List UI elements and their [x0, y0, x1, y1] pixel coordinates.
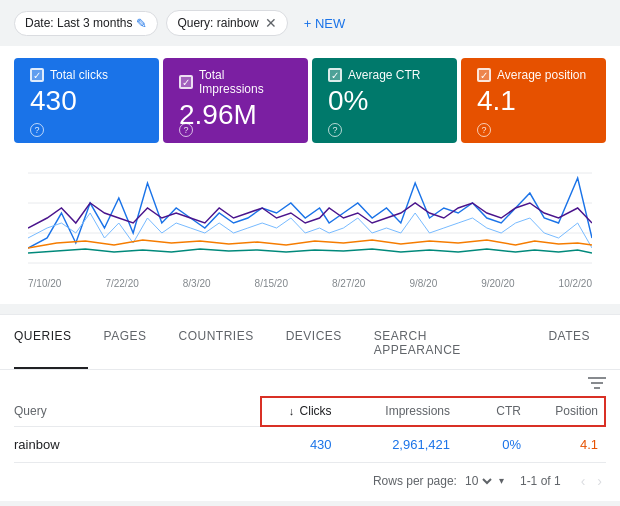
tabs-section: QUERIES PAGES COUNTRIES DEVICES SEARCH A… — [0, 314, 620, 501]
col-header-position[interactable]: Position — [529, 396, 606, 427]
metric-label-position: Average position — [497, 68, 586, 82]
metric-header-position: Average position — [477, 68, 590, 82]
metric-card-impressions[interactable]: Total Impressions 2.96M ? — [163, 58, 308, 143]
rows-per-page-label: Rows per page: — [373, 474, 457, 488]
metric-help-impressions[interactable]: ? — [179, 123, 193, 137]
x-label-5: 9/8/20 — [409, 278, 437, 289]
x-label-2: 8/3/20 — [183, 278, 211, 289]
data-table: Query ↓ Clicks Impressions CTR Position — [14, 396, 606, 463]
metric-checkbox-position[interactable] — [477, 68, 491, 82]
tab-pages[interactable]: PAGES — [88, 315, 163, 369]
cell-position: 4.1 — [529, 426, 606, 462]
next-page-button[interactable]: › — [593, 471, 606, 491]
page-info: 1-1 of 1 — [520, 474, 561, 488]
tab-countries[interactable]: COUNTRIES — [162, 315, 269, 369]
rows-per-page: Rows per page: 10 25 50 ▾ — [373, 473, 504, 489]
x-label-1: 7/22/20 — [105, 278, 138, 289]
new-button[interactable]: + NEW — [296, 12, 354, 35]
col-header-impressions[interactable]: Impressions — [340, 396, 458, 427]
tab-queries[interactable]: QUERIES — [14, 315, 88, 369]
metric-label-ctr: Average CTR — [348, 68, 420, 82]
col-header-ctr[interactable]: CTR — [458, 396, 529, 427]
prev-page-button[interactable]: ‹ — [577, 471, 590, 491]
chart-section: 7/10/20 7/22/20 8/3/20 8/15/20 8/27/20 9… — [14, 143, 606, 304]
date-filter-edit-icon[interactable]: ✎ — [136, 16, 147, 31]
new-button-label: + NEW — [304, 16, 346, 31]
tab-search-appearance[interactable]: SEARCH APPEARANCE — [358, 315, 533, 369]
cell-clicks[interactable]: 430 — [251, 426, 340, 462]
metric-card-clicks[interactable]: Total clicks 430 ? — [14, 58, 159, 143]
metric-header-ctr: Average CTR — [328, 68, 441, 82]
date-filter-label: Date: Last 3 months — [25, 16, 132, 30]
metric-value-clicks: 430 — [30, 86, 143, 117]
metric-checkbox-ctr[interactable] — [328, 68, 342, 82]
metric-value-impressions: 2.96M — [179, 100, 292, 131]
cell-query: rainbow — [14, 426, 251, 462]
metric-checkbox-clicks[interactable] — [30, 68, 44, 82]
table-filter-icon[interactable] — [588, 376, 606, 394]
metric-label-impressions: Total Impressions — [199, 68, 292, 96]
pagination-row: Rows per page: 10 25 50 ▾ 1-1 of 1 ‹ › — [0, 463, 620, 501]
cell-impressions: 2,961,421 — [340, 426, 458, 462]
tabs-row: QUERIES PAGES COUNTRIES DEVICES SEARCH A… — [0, 315, 620, 370]
chart-xaxis: 7/10/20 7/22/20 8/3/20 8/15/20 8/27/20 9… — [28, 276, 592, 293]
metrics-section: Total clicks 430 ? Total Impressions 2.9… — [0, 46, 620, 304]
metric-card-position[interactable]: Average position 4.1 ? — [461, 58, 606, 143]
page-nav: ‹ › — [577, 471, 606, 491]
col-header-query: Query — [14, 396, 251, 427]
cell-ctr: 0% — [458, 426, 529, 462]
table-section: Query ↓ Clicks Impressions CTR Position — [0, 396, 620, 463]
tab-devices[interactable]: DEVICES — [270, 315, 358, 369]
chevron-down-icon: ▾ — [499, 475, 504, 486]
query-filter-label: Query: rainbow — [177, 16, 258, 30]
top-bar: Date: Last 3 months ✎ Query: rainbow ✕ +… — [0, 0, 620, 46]
metric-label-clicks: Total clicks — [50, 68, 108, 82]
date-filter-chip[interactable]: Date: Last 3 months ✎ — [14, 11, 158, 36]
table-row: rainbow 430 2,961,421 0% 4.1 — [14, 426, 606, 462]
query-filter-chip[interactable]: Query: rainbow ✕ — [166, 10, 287, 36]
x-label-6: 9/20/20 — [481, 278, 514, 289]
x-label-3: 8/15/20 — [255, 278, 288, 289]
filter-row — [0, 370, 620, 396]
x-label-4: 8/27/20 — [332, 278, 365, 289]
x-label-0: 7/10/20 — [28, 278, 61, 289]
rows-per-page-select[interactable]: 10 25 50 — [461, 473, 495, 489]
metric-help-position[interactable]: ? — [477, 123, 491, 137]
chart-svg — [28, 153, 592, 273]
metric-value-position: 4.1 — [477, 86, 590, 117]
table-header-row: Query ↓ Clicks Impressions CTR Position — [14, 396, 606, 427]
metric-header-clicks: Total clicks — [30, 68, 143, 82]
metric-help-clicks[interactable]: ? — [30, 123, 44, 137]
metric-value-ctr: 0% — [328, 86, 441, 117]
sort-arrow-icon: ↓ — [289, 405, 295, 417]
chart-container: 7/10/20 7/22/20 8/3/20 8/15/20 8/27/20 9… — [28, 153, 592, 298]
metric-header-impressions: Total Impressions — [179, 68, 292, 96]
query-filter-close-icon[interactable]: ✕ — [265, 15, 277, 31]
metric-help-ctr[interactable]: ? — [328, 123, 342, 137]
x-label-7: 10/2/20 — [559, 278, 592, 289]
metric-card-ctr[interactable]: Average CTR 0% ? — [312, 58, 457, 143]
metrics-row: Total clicks 430 ? Total Impressions 2.9… — [14, 58, 606, 143]
tab-dates[interactable]: DATES — [532, 315, 606, 369]
col-header-clicks[interactable]: ↓ Clicks — [251, 396, 340, 427]
metric-checkbox-impressions[interactable] — [179, 75, 193, 89]
